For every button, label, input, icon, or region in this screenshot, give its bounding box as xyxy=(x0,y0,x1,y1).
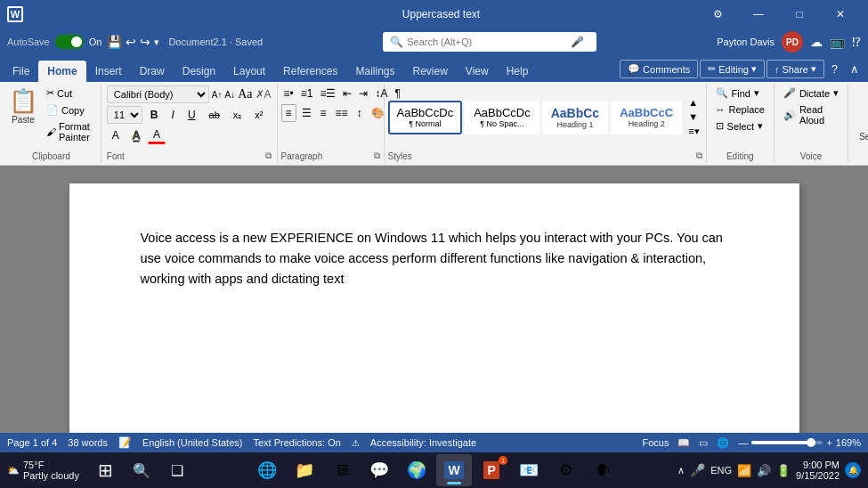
taskbar-app-explorer[interactable]: 📁 xyxy=(287,454,322,486)
close-button[interactable]: ✕ xyxy=(820,0,861,28)
focus-mode[interactable]: Focus xyxy=(642,437,669,448)
minimize-button[interactable]: — xyxy=(738,0,779,28)
zoom-in-button[interactable]: + xyxy=(826,437,831,448)
change-case-icon[interactable]: Aa xyxy=(238,87,252,102)
tab-home[interactable]: Home xyxy=(38,61,85,82)
font-color-button[interactable]: A xyxy=(148,126,166,144)
wifi-icon[interactable]: 📶 xyxy=(737,464,751,477)
subscript-button[interactable]: x₂ xyxy=(228,106,247,124)
zoom-out-button[interactable]: — xyxy=(738,437,748,448)
styles-dialog-launcher[interactable]: ⧉ xyxy=(696,150,702,161)
present-icon[interactable]: 📺 xyxy=(830,35,845,49)
font-size-select[interactable]: 11 xyxy=(107,106,142,124)
read-aloud-button[interactable]: 🔊 Read Aloud xyxy=(780,102,842,127)
tab-insert[interactable]: Insert xyxy=(86,61,131,82)
paste-button[interactable]: 📋 Paste xyxy=(5,85,41,126)
more-commands-icon[interactable]: ▾ xyxy=(154,37,159,48)
zoom-slider[interactable] xyxy=(751,441,823,444)
multilevel-button[interactable]: ≡☰ xyxy=(317,85,338,102)
tab-design[interactable]: Design xyxy=(174,61,224,82)
search-button[interactable]: 🔍 xyxy=(126,454,158,486)
print-layout-icon[interactable]: ▭ xyxy=(699,437,708,449)
hidden-icons-button[interactable]: ∧ xyxy=(677,465,685,476)
search-bar[interactable]: 🔍 🎤 xyxy=(383,32,596,52)
redo-icon[interactable]: ↪ xyxy=(140,35,150,49)
strikethrough-button[interactable]: ab xyxy=(204,106,225,124)
feedback-icon[interactable]: ⁉ xyxy=(852,35,861,49)
find-button[interactable]: 🔍 Find ▾ xyxy=(712,85,768,101)
cloud-icon[interactable]: ☁ xyxy=(810,35,823,49)
comments-button[interactable]: 💬 Comments xyxy=(620,60,698,78)
style-heading2[interactable]: AaBbCcC Heading 2 xyxy=(611,101,682,134)
taskbar-app-edge2[interactable]: 🌍 xyxy=(399,454,434,486)
styles-scroll-up[interactable]: ▲ xyxy=(685,96,702,109)
doc-content[interactable]: Voice access is a new EXPERIENCE on Wind… xyxy=(141,228,728,290)
style-no-spacing[interactable]: AaBbCcDc ¶ No Spac... xyxy=(465,101,539,134)
weather-widget[interactable]: ⛅ 75°F Partly cloudy xyxy=(7,460,79,481)
ribbon-collapse-icon[interactable]: ∧ xyxy=(845,60,864,78)
tab-file[interactable]: File xyxy=(4,61,38,82)
tab-draw[interactable]: Draw xyxy=(131,61,174,82)
font-family-select[interactable]: Calibri (Body) xyxy=(107,85,209,103)
style-normal[interactable]: AaBbCcDc ¶ Normal xyxy=(388,101,463,134)
tab-view[interactable]: View xyxy=(457,61,498,82)
text-effects-button[interactable]: A xyxy=(107,126,125,144)
help-question-icon[interactable]: ? xyxy=(826,60,843,78)
taskbar-app-edge[interactable]: 🌐 xyxy=(249,454,285,486)
underline-button[interactable]: U xyxy=(183,106,201,124)
increase-indent-button[interactable]: ⇥ xyxy=(356,85,370,102)
align-center-button[interactable]: ☰ xyxy=(298,105,315,121)
replace-button[interactable]: ↔ Replace xyxy=(712,102,768,117)
align-right-button[interactable]: ≡ xyxy=(317,105,330,121)
font-dialog-launcher[interactable]: ⧉ xyxy=(265,150,272,161)
italic-button[interactable]: I xyxy=(166,106,180,124)
tab-review[interactable]: Review xyxy=(404,61,457,82)
copy-button[interactable]: 📄 Copy xyxy=(43,102,97,118)
taskbar-app-word[interactable]: W xyxy=(436,454,472,486)
line-spacing-button[interactable]: ↕ xyxy=(353,105,366,121)
styles-scroll-down[interactable]: ▼ xyxy=(685,110,702,123)
format-painter-button[interactable]: 🖌 Format Painter xyxy=(43,119,97,144)
tab-layout[interactable]: Layout xyxy=(224,61,274,82)
font-grow-icon[interactable]: A↑ xyxy=(212,90,223,100)
dictate-button[interactable]: 🎤 Dictate ▾ xyxy=(780,85,842,101)
avatar[interactable]: PD xyxy=(782,31,803,53)
settings-icon[interactable]: ⚙ xyxy=(697,0,738,28)
justify-button[interactable]: ≡≡ xyxy=(332,105,352,121)
zoom-level[interactable]: 169% xyxy=(836,437,861,448)
superscript-button[interactable]: x² xyxy=(249,106,268,124)
tab-help[interactable]: Help xyxy=(498,61,538,82)
microphone-tray-icon[interactable]: 🎤 xyxy=(690,463,705,477)
share-button[interactable]: ↑ Share ▾ xyxy=(767,60,824,78)
web-layout-icon[interactable]: 🌐 xyxy=(717,437,729,449)
styles-more[interactable]: ≡▾ xyxy=(685,125,702,138)
taskbar-app-voice[interactable]: 🗣 xyxy=(586,454,621,486)
taskbar-app-teams[interactable]: 💬 xyxy=(361,454,397,486)
search-input[interactable] xyxy=(407,37,567,47)
start-button[interactable]: ⊞ xyxy=(90,454,122,486)
taskbar-app-terminal[interactable]: 🖥 xyxy=(324,454,360,486)
autosave-toggle[interactable] xyxy=(55,35,84,49)
taskbar-app-settings[interactable]: ⚙ xyxy=(548,454,584,486)
maximize-button[interactable]: □ xyxy=(779,0,820,28)
task-view-button[interactable]: ❑ xyxy=(161,454,193,486)
decrease-indent-button[interactable]: ⇤ xyxy=(340,85,354,102)
cut-button[interactable]: ✂ Cut xyxy=(43,85,97,101)
clear-formatting-icon[interactable]: ✗A xyxy=(256,88,272,101)
undo-icon[interactable]: ↩ xyxy=(126,35,136,49)
align-left-button[interactable]: ≡ xyxy=(281,104,296,122)
select-button[interactable]: ⊡ Select ▾ xyxy=(712,118,768,134)
tab-mailings[interactable]: Mailings xyxy=(346,61,403,82)
battery-icon[interactable]: 🔋 xyxy=(776,464,791,477)
clock-display[interactable]: 9:00 PM 9/15/2022 xyxy=(796,460,840,481)
taskbar-app-powerpoint[interactable]: P 1 xyxy=(474,454,509,486)
volume-icon[interactable]: 🔊 xyxy=(757,464,771,477)
paragraph-dialog-launcher[interactable]: ⧉ xyxy=(374,150,380,161)
style-heading1[interactable]: AaBbCc Heading 1 xyxy=(542,101,608,134)
save-icon[interactable]: 💾 xyxy=(107,35,122,49)
sensitivity-btn[interactable]: 🔒 Sensitivity xyxy=(854,85,868,161)
notification-badge[interactable]: 🔔 xyxy=(845,462,861,478)
numbering-button[interactable]: ≡1 xyxy=(298,85,316,102)
read-mode-icon[interactable]: 📖 xyxy=(677,437,690,449)
bullets-button[interactable]: ≡• xyxy=(281,85,296,102)
